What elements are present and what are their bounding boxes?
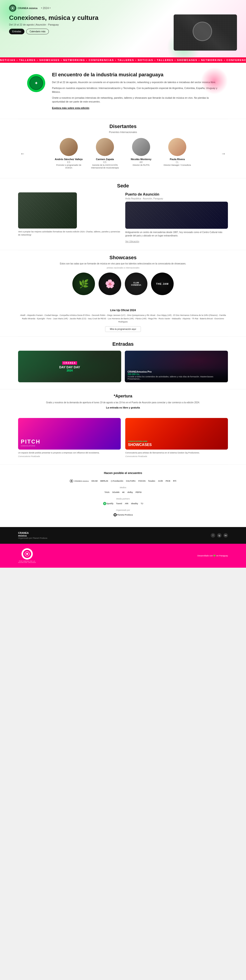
ticket-1-content: CRANEA DAY DAY DAY 2024: [18, 351, 121, 382]
sponsor-pepsi: PEPSI: [136, 490, 142, 495]
venue-left-desc: Veni a propiar las mejores actividades f…: [18, 230, 121, 236]
speaker-country-3: AR: [125, 161, 157, 164]
conv-img-2-bg: CONVOCATORIA ABIE SHOWCASES: [125, 418, 228, 450]
apertura-free-label: La entrada es libre y gratuita: [18, 406, 228, 409]
sponsors-section: Hacen posible el encuentro CRANEA música…: [0, 465, 246, 527]
social-instagram-icon[interactable]: ig: [217, 533, 222, 538]
carousel-next-button[interactable]: →: [219, 151, 228, 156]
venue-link[interactable]: Ver Ubicación: [125, 240, 139, 243]
sponsor-focos: FOCOS: [138, 478, 145, 484]
sponsor-dolby: dolby: [128, 490, 133, 495]
logo-area: CRANEA música: [9, 5, 38, 12]
speaker-country-2: ES: [89, 161, 121, 164]
footer-tagline: POR ARRIBA DE LA ASUNCIÓN CRUZADA: [18, 560, 36, 563]
speaker-name-1: Andrés Sánchez Vallejo: [53, 158, 85, 161]
venue-image-right: [125, 202, 228, 229]
speakers-subtitle: Ponentes Internacionales: [18, 131, 228, 134]
speakers-carousel: ← Andrés Sánchez Vallejo ES Promotor e p…: [18, 138, 228, 169]
conv-card-pitch: PITCH CONVOCATORIA Un espacio donde podr…: [18, 418, 121, 458]
ticket-card-2[interactable]: CRANEAmusica Pro 250.000 Gs. Accede a to…: [125, 351, 228, 382]
lineup-title: Line Up Oficial 2024: [18, 309, 228, 312]
conv-image-pitch: PITCH CONVOCATORIA: [18, 418, 121, 450]
sponsor-cranea: CRANEA música: [70, 478, 89, 484]
speaker-avatar-4: [168, 138, 186, 156]
speaker-card-2: Carmen Zapata ES Gerente de la ASOCIACIÓ…: [89, 138, 121, 169]
about-inner: ✦ El encuentro de la industria musical p…: [27, 72, 219, 110]
footer-bottom-logo: POR ARRIBA DE LA ASUNCIÓN CRUZADA: [18, 548, 36, 563]
showcases-title: Showcases: [18, 255, 228, 261]
conv-row: PITCH CONVOCATORIA Un espacio donde podr…: [18, 418, 228, 458]
sponsor-okam: OKAM: [91, 478, 97, 484]
speaker-name-2: Carmen Zapata: [89, 158, 121, 161]
speaker-name-4: Paula Rivera: [161, 158, 193, 161]
year-badge: • 2024 •: [41, 6, 51, 10]
about-link[interactable]: Explora más sobre esta edición: [52, 107, 89, 109]
carousel-prev-button[interactable]: ←: [18, 151, 27, 156]
svg-point-6: [114, 514, 116, 515]
social-twitter-icon[interactable]: tw: [224, 533, 228, 538]
venue-section: Sede Veni a propiar las mejores activida…: [0, 178, 246, 250]
about-blob: [201, 67, 228, 94]
sponsors-organizer-grid: Planeta Produca: [18, 512, 228, 517]
conv-showcases-label: SHOWCASES: [128, 443, 152, 447]
speaker-title-2: Gerente de la ASOCIACIÓN Internacional d…: [89, 164, 121, 169]
social-facebook-icon[interactable]: f: [211, 533, 215, 538]
speakers-row: Andrés Sánchez Vallejo ES Promotor e pro…: [29, 138, 217, 169]
tickets-title: Entradas: [18, 341, 228, 347]
ticket-1-year: 2024: [59, 369, 80, 372]
calendar-button[interactable]: Calendario más: [26, 29, 49, 34]
speaker-name-3: Nicolás Monterey: [125, 158, 157, 161]
footer-social: f ig tw: [211, 533, 228, 538]
venue-section-title: Sede: [18, 183, 228, 189]
venue-desc: Antiguamente un centro de mercaderías de…: [125, 231, 228, 237]
conv-desc-showcases: Convocatoria para artistas de Iberoameri…: [125, 452, 228, 455]
showcase-label-condesa: CLUBCONDESA: [130, 281, 142, 288]
tickets-button[interactable]: Entradas: [9, 29, 24, 34]
showcases-desc: Estos son las salas que se formarán de m…: [18, 262, 228, 265]
showcase-emoji-2: 🌸: [105, 279, 115, 289]
apertura-desc: Gratis y nosotros de la demanda de apert…: [18, 401, 228, 404]
venue-img-right-placeholder: [125, 202, 228, 229]
venue-img-left-placeholder: [18, 192, 77, 229]
about-desc-2: Participa en nuestros espacios temáticos…: [52, 86, 219, 94]
sponsor-ace: AC/E: [158, 478, 163, 484]
hero-buttons: Entradas Calendario más: [9, 29, 169, 34]
footer-circle-logo: [21, 548, 33, 560]
speaker-card-3: Nicolás Monterey AR Director de RuTiTo: [125, 138, 157, 169]
lineup-btn-area: Mira la programación aquí: [18, 326, 228, 332]
ticket-1-name: DAY DAY DAY: [59, 366, 80, 369]
sponsor-divider-medios: Medios: [18, 487, 228, 488]
conv-status-showcases: Convocatoria Finalizada: [125, 455, 228, 458]
sponsor-ari: ARI: [125, 501, 128, 506]
lineup-button[interactable]: Mira la programación aquí: [105, 326, 141, 332]
venue-inner: Veni a propiar las mejores actividades f…: [18, 192, 228, 243]
sponsor-tuenti: Tuenti: [116, 501, 122, 506]
sponsor-cultura: CULTURA: [126, 478, 136, 484]
hero-image: [174, 14, 237, 51]
sponsor-fundacion: ◻ Fundación: [111, 478, 123, 484]
logo-icon: [9, 5, 16, 12]
logo-text: CRANEA música: [18, 7, 38, 10]
speaker-avatar-3: [132, 138, 150, 156]
sponsor-sonn: SOuNN: [112, 490, 120, 495]
apertura-title: *Apertura: [18, 394, 228, 399]
badge-star: ✦: [34, 80, 38, 86]
showcase-item-the-jam: THE JAM: [151, 272, 174, 295]
ticker-content: NOTICIAS • TALLERES • SHOWCASES • NETWOR…: [0, 59, 246, 61]
about-section: ✦ El encuentro de la industria musical p…: [0, 63, 246, 119]
tickets-section: Entradas CRANEA DAY DAY DAY 2024 CRANEAm…: [0, 337, 246, 389]
conv-text-1: PITCH CONVOCATORIA: [21, 439, 40, 447]
sponsor-ideality: ideality: [131, 501, 138, 506]
tickets-row: CRANEA DAY DAY DAY 2024 CRANEAmusica Pro…: [18, 351, 228, 382]
ticket-card-1[interactable]: CRANEA DAY DAY DAY 2024: [18, 351, 121, 382]
venue-left: Veni a propiar las mejores actividades f…: [18, 192, 121, 236]
showcases-section: Showcases Estos son las salas que se for…: [0, 250, 246, 306]
speaker-country-4: CL: [161, 161, 193, 164]
venue-address: Avda República · Asunción, Paraguay: [125, 197, 228, 200]
showcases-row: 🌿 🌸 CLUBCONDESA THE JAM: [18, 272, 228, 295]
sponsor-rti: RTi: [173, 478, 176, 484]
sponsors-main-grid: CRANEA música OKAM MERLIN ◻ Fundación CU…: [18, 478, 228, 484]
about-desc-1: Del 19 al 22 de agosto, Asunción se conv…: [52, 80, 219, 84]
conv-section: PITCH CONVOCATORIA Un espacio donde podr…: [0, 416, 246, 465]
conv-status-pitch: Convocatoria Finalizada: [18, 455, 121, 458]
